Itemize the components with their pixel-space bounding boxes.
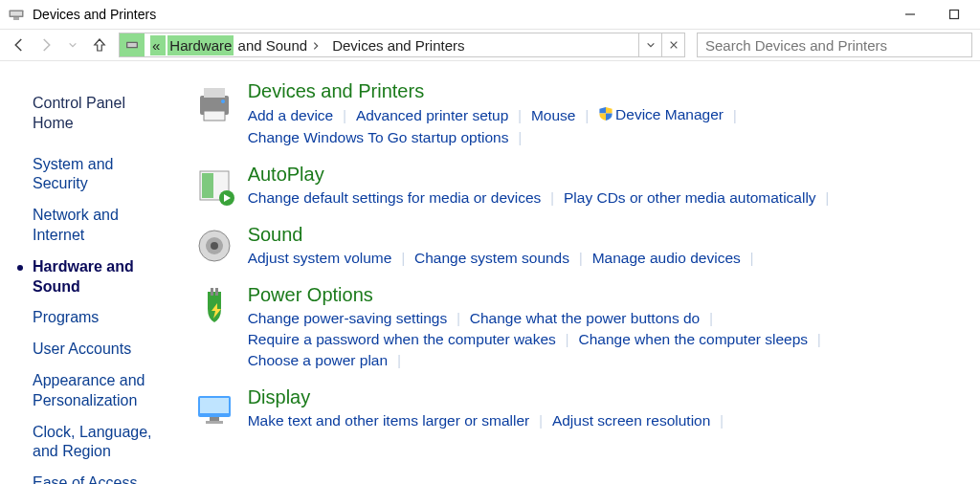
location-icon [120, 33, 145, 56]
separator: | [453, 311, 464, 326]
separator: | [535, 413, 546, 429]
separator: | [397, 251, 409, 266]
minimize-button[interactable] [888, 0, 932, 29]
task-link[interactable]: Change system sounds [414, 250, 569, 267]
breadcrumb-overflow[interactable]: « [145, 33, 167, 56]
sidebar-item[interactable]: Programs [33, 302, 169, 334]
category-title[interactable]: Sound [248, 224, 969, 246]
category-title[interactable]: AutoPlay [248, 164, 969, 186]
sidebar-item[interactable]: Appearance and Personalization [33, 365, 169, 417]
sidebar-item[interactable]: User Accounts [33, 334, 169, 365]
task-link[interactable]: Change when the computer sleeps [579, 331, 809, 348]
task-link[interactable]: Advanced printer setup [356, 107, 508, 124]
separator: | [339, 108, 350, 123]
task-link[interactable]: Change default settings for media or dev… [248, 189, 542, 207]
address-bar[interactable]: « Hardware and Sound Devices and Printer… [119, 33, 685, 57]
sidebar-item[interactable]: Hardware and Sound [33, 252, 169, 303]
separator: | [705, 311, 717, 326]
printer-icon [194, 82, 234, 122]
title-bar: Devices and Printers [0, 0, 980, 29]
control-panel-home-link[interactable]: Control Panel Home [33, 88, 169, 140]
sidebar: Control Panel Home System and SecurityNe… [0, 61, 181, 484]
sidebar-item[interactable]: Clock, Language, and Region [33, 417, 169, 469]
breadcrumb-current[interactable]: Devices and Printers [323, 33, 472, 56]
task-link[interactable]: Choose a power plan [248, 352, 389, 369]
recent-dropdown[interactable] [61, 33, 84, 56]
separator: | [514, 108, 525, 123]
separator: | [813, 332, 825, 347]
task-link[interactable]: Add a device [248, 107, 334, 124]
navigation-bar: « Hardware and Sound Devices and Printer… [0, 29, 980, 61]
sidebar-item[interactable]: Ease of Access [33, 468, 169, 484]
task-link[interactable]: Change what the power buttons do [470, 310, 700, 327]
window-title: Devices and Printers [33, 7, 156, 22]
address-clear[interactable] [661, 33, 684, 56]
maximize-button[interactable] [932, 0, 976, 29]
sidebar-item[interactable]: System and Security [33, 149, 169, 201]
svg-rect-2 [13, 17, 19, 20]
svg-rect-6 [127, 43, 136, 47]
category: AutoPlayChange default settings for medi… [181, 164, 969, 207]
separator: | [514, 130, 525, 145]
up-button[interactable] [88, 33, 111, 56]
task-link[interactable]: Mouse [531, 107, 576, 124]
autoplay-icon [194, 165, 234, 206]
task-link[interactable]: Adjust system volume [248, 250, 392, 267]
forward-button[interactable] [34, 33, 57, 56]
category: Devices and PrintersAdd a device|Advance… [181, 80, 969, 146]
separator: | [729, 108, 741, 123]
task-link[interactable]: Device Manager [598, 106, 724, 125]
task-link[interactable]: Play CDs or other media automatically [564, 189, 816, 207]
sidebar-item[interactable]: Network and Internet [33, 200, 169, 252]
task-link[interactable]: Manage audio devices [592, 250, 741, 267]
search-input[interactable] [703, 36, 966, 55]
app-icon [8, 6, 25, 23]
task-link[interactable]: Require a password when the computer wak… [248, 331, 556, 348]
svg-rect-4 [950, 11, 959, 19]
category: DisplayMake text and other items larger … [181, 386, 969, 429]
separator: | [575, 251, 587, 266]
category: Power OptionsChange power-saving setting… [181, 284, 969, 369]
separator: | [716, 413, 727, 429]
task-link[interactable]: Adjust screen resolution [552, 412, 710, 429]
separator: | [546, 190, 558, 206]
separator: | [822, 190, 834, 206]
separator: | [562, 332, 573, 347]
battery-icon [194, 286, 234, 326]
task-link[interactable]: Make text and other items larger or smal… [248, 412, 530, 429]
separator: | [581, 108, 592, 123]
separator: | [393, 353, 405, 368]
back-button[interactable] [8, 33, 31, 56]
speaker-icon [194, 226, 234, 266]
task-link[interactable]: Change power-saving settings [248, 310, 448, 327]
shield-icon [598, 106, 613, 125]
content-area: Devices and PrintersAdd a device|Advance… [181, 61, 980, 484]
search-box[interactable] [697, 33, 972, 57]
category: SoundAdjust system volume|Change system … [181, 224, 969, 267]
breadcrumb-parent[interactable]: Hardware and Sound [167, 33, 309, 56]
category-title[interactable]: Power Options [248, 284, 969, 306]
category-title[interactable]: Display [248, 386, 969, 408]
monitor-icon [194, 388, 234, 429]
svg-rect-1 [11, 11, 22, 16]
task-link[interactable]: Change Windows To Go startup options [248, 129, 509, 146]
separator: | [746, 251, 758, 266]
address-dropdown[interactable] [638, 33, 661, 56]
chevron-right-icon[interactable] [309, 37, 323, 54]
category-title[interactable]: Devices and Printers [248, 80, 969, 102]
